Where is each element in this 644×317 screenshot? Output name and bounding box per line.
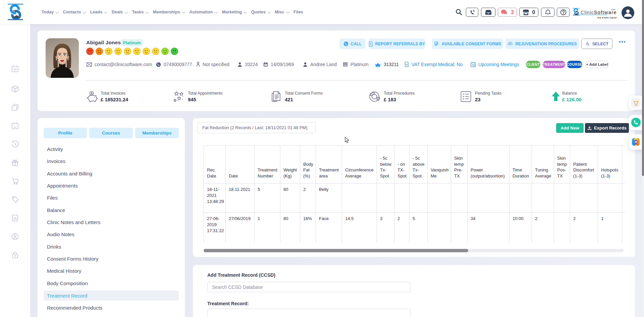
svg-text:AI: AI — [634, 141, 637, 144]
svg-text:12: 12 — [13, 68, 17, 71]
svg-text:%: % — [406, 63, 408, 66]
svg-text:$: $ — [91, 92, 93, 95]
svg-text:Software: Software — [594, 10, 616, 15]
svg-text:.com: .com — [611, 8, 615, 10]
svg-text:Clinic: Clinic — [581, 10, 594, 15]
svg-text:12: 12 — [472, 64, 475, 66]
svg-text:TEN STEPS AHEAD: TEN STEPS AHEAD — [597, 17, 617, 19]
